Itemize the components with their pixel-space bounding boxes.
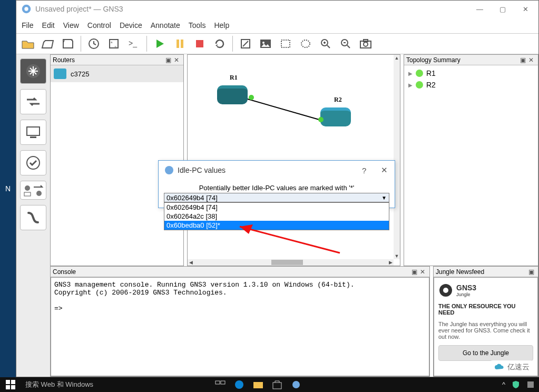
node-r2[interactable]: [320, 107, 351, 126]
show-interfaces-icon[interactable]: ab: [104, 35, 123, 52]
svg-rect-32: [6, 385, 10, 389]
panel-close-icon[interactable]: ✕: [528, 56, 536, 64]
router-list-item[interactable]: c3725: [51, 65, 183, 82]
console-panel: Console ▣ ✕ GNS3 management console. Run…: [50, 266, 430, 377]
menu-file[interactable]: File: [22, 21, 34, 30]
menu-edit[interactable]: Edit: [42, 21, 55, 30]
canvas-vscroll[interactable]: ▲ ▼: [394, 55, 400, 259]
chevron-down-icon: ▼: [381, 195, 387, 201]
svg-rect-30: [6, 380, 10, 384]
rectangle-icon[interactable]: [276, 35, 295, 52]
menu-tools[interactable]: Tools: [189, 21, 206, 30]
port-dot[interactable]: [318, 117, 324, 122]
svg-rect-22: [30, 136, 36, 138]
store-icon[interactable]: [268, 378, 287, 391]
dropdown-option[interactable]: 0x602649b4 [74]: [164, 203, 389, 212]
taskbar-search[interactable]: 搜索 Web 和 Windows: [21, 380, 211, 389]
console-text[interactable]: GNS3 management console. Running GNS3 ve…: [51, 277, 429, 376]
newsfeed-headline: THE ONLY RESOURCE YOU NEED: [438, 303, 533, 316]
open-icon[interactable]: [18, 35, 37, 52]
ellipse-icon[interactable]: [296, 35, 315, 52]
start-button[interactable]: [4, 378, 17, 391]
desktop-left-edge: N: [0, 0, 16, 377]
device-toolbar: [16, 54, 50, 377]
minimize-button[interactable]: —: [476, 5, 484, 13]
panel-close-icon[interactable]: ✕: [174, 56, 181, 64]
newsfeed-panel-title: Jungle Newsfeed: [436, 268, 484, 276]
topology-item[interactable]: ▶ R2: [408, 79, 534, 91]
svg-text:a: a: [111, 41, 113, 44]
dialog-title: Idle-PC values: [178, 166, 351, 174]
port-dot[interactable]: [249, 95, 254, 100]
panel-undock-icon[interactable]: ▣: [528, 268, 536, 276]
left-edge-char: N: [5, 184, 11, 193]
menu-view[interactable]: View: [63, 21, 79, 30]
panel-undock-icon[interactable]: ▣: [520, 56, 527, 64]
snapshot-icon[interactable]: [84, 35, 103, 52]
menu-annotate[interactable]: Annotate: [151, 21, 180, 30]
screenshot-icon[interactable]: [356, 35, 375, 52]
system-tray[interactable]: ^: [502, 380, 539, 389]
console-icon[interactable]: >_: [124, 35, 143, 52]
topology-item[interactable]: ▶ R1: [408, 67, 534, 79]
maximize-button[interactable]: ▢: [499, 5, 507, 13]
security-category-icon[interactable]: [20, 150, 46, 175]
router-category-icon[interactable]: [20, 58, 46, 84]
dropdown-option[interactable]: 0x60bedba0 [52]*: [164, 221, 389, 230]
svg-point-24: [25, 185, 30, 191]
link-icon[interactable]: [20, 205, 46, 230]
svg-point-1: [24, 7, 28, 11]
folder-icon[interactable]: [38, 35, 57, 52]
menu-control[interactable]: Control: [87, 21, 111, 30]
chevron-right-icon: ▶: [408, 71, 413, 76]
svg-rect-13: [281, 40, 290, 47]
jungle-logo: GNS3 Jungle: [438, 283, 533, 298]
svg-point-36: [235, 380, 243, 389]
node-r1[interactable]: [217, 85, 248, 104]
edge-icon[interactable]: [230, 378, 249, 391]
enddevice-category-icon[interactable]: [20, 120, 46, 145]
menubar: File Edit View Control Device Annotate T…: [16, 17, 538, 33]
image-icon[interactable]: [256, 35, 275, 52]
svg-rect-37: [253, 382, 263, 388]
idle-pc-combobox[interactable]: 0x602649b4 [74] ▼ 0x602649b4 [74] 0x6026…: [164, 193, 389, 202]
dialog-close-button[interactable]: ✕: [381, 165, 389, 175]
canvas-hscroll[interactable]: ◀▶: [188, 259, 394, 266]
all-category-icon[interactable]: [20, 181, 46, 200]
go-to-jungle-button[interactable]: Go to the Jungle: [438, 345, 533, 361]
close-button[interactable]: ✕: [523, 5, 530, 13]
tray-app-icon[interactable]: [526, 380, 535, 389]
tray-expand-icon[interactable]: ^: [502, 380, 505, 389]
zoom-in-icon[interactable]: [316, 35, 335, 52]
tray-shield-icon[interactable]: [512, 380, 520, 389]
zoom-out-icon[interactable]: [336, 35, 355, 52]
link-line[interactable]: [240, 97, 325, 121]
panel-undock-icon[interactable]: ▣: [411, 268, 419, 276]
switch-category-icon[interactable]: [20, 89, 46, 114]
svg-point-29: [165, 166, 173, 174]
play-icon[interactable]: [150, 35, 169, 52]
svg-rect-9: [196, 40, 203, 47]
svg-point-26: [36, 191, 42, 196]
save-icon[interactable]: [58, 35, 77, 52]
status-ball-icon: [416, 70, 423, 77]
gns3-taskbar-icon[interactable]: [287, 378, 306, 391]
watermark: 亿速云: [486, 360, 537, 374]
svg-point-14: [301, 40, 310, 47]
topology-panel-title: Topology Summary: [406, 56, 460, 64]
dialog-help-button[interactable]: ?: [362, 166, 370, 175]
panel-undock-icon[interactable]: ▣: [165, 56, 173, 64]
task-view-icon[interactable]: [211, 378, 230, 391]
dropdown-option[interactable]: 0x60264a2c [38]: [164, 212, 389, 221]
reload-icon[interactable]: [210, 35, 229, 52]
explorer-icon[interactable]: [249, 378, 268, 391]
go-to-jungle-label: Go to the Jungle: [463, 349, 509, 357]
dialog-message: Potentially better Idle-PC values are ma…: [164, 183, 389, 193]
stop-icon[interactable]: [190, 35, 209, 52]
menu-device[interactable]: Device: [120, 21, 142, 30]
note-icon[interactable]: [236, 35, 255, 52]
pause-icon[interactable]: [170, 35, 189, 52]
panel-close-icon[interactable]: ✕: [420, 268, 427, 276]
dialog-icon: [164, 165, 174, 175]
menu-help[interactable]: Help: [214, 21, 229, 30]
